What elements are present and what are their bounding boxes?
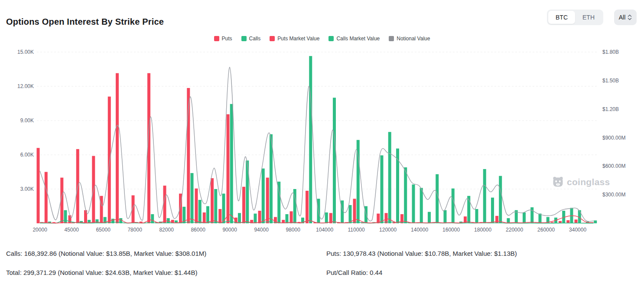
calls-bar[interactable] xyxy=(388,132,391,223)
calls-bar[interactable] xyxy=(206,206,209,224)
legend-label: Calls xyxy=(249,36,261,42)
legend-label: Puts xyxy=(222,36,232,42)
puts-bar[interactable] xyxy=(100,196,103,223)
x-axis-tick: 110000 xyxy=(348,227,365,233)
calls-bar[interactable] xyxy=(499,176,502,223)
x-axis-tick: 98000 xyxy=(286,227,300,233)
calls-bar[interactable] xyxy=(594,220,597,223)
calls-bar[interactable] xyxy=(538,214,541,223)
left-axis-tick: 12.00K xyxy=(17,83,34,89)
left-axis-tick: 3.00K xyxy=(20,186,34,192)
puts-bar[interactable] xyxy=(242,187,245,223)
calls-bar[interactable] xyxy=(443,210,446,223)
calls-bar[interactable] xyxy=(530,207,533,223)
coin-toggle[interactable]: BTC ETH xyxy=(547,10,603,25)
calls-bar[interactable] xyxy=(64,210,67,223)
calls-bar[interactable] xyxy=(412,184,415,223)
calls-bar[interactable] xyxy=(230,104,233,223)
x-axis-tick: 65000 xyxy=(96,227,111,233)
calls-bar[interactable] xyxy=(483,169,486,223)
calls-bar[interactable] xyxy=(436,174,439,223)
x-axis-tick: 120000 xyxy=(379,227,397,233)
oi-by-strike-chart[interactable]: 3.00K6.00K9.00K12.00K15.00K$300.00M$600.… xyxy=(0,43,644,238)
legend-item-notional-value[interactable]: Notional Value xyxy=(389,36,430,42)
puts-bar[interactable] xyxy=(195,189,198,223)
calls-bar[interactable] xyxy=(404,167,407,223)
calls-bar[interactable] xyxy=(222,194,225,223)
right-axis-tick: $600.00M xyxy=(602,163,625,169)
calls-bar[interactable] xyxy=(198,200,202,223)
stat-calls: Calls: 168,392.86 (Notional Value: $13.8… xyxy=(6,250,206,257)
puts-bar[interactable] xyxy=(218,209,221,223)
puts-bar[interactable] xyxy=(163,186,166,223)
page-title: Options Open Interest By Strike Price xyxy=(6,17,164,27)
calls-bar[interactable] xyxy=(325,212,328,223)
puts-bar[interactable] xyxy=(203,212,206,223)
puts-bar[interactable] xyxy=(68,215,72,223)
x-axis-tick: 220000 xyxy=(506,227,523,233)
calls-bar[interactable] xyxy=(452,189,455,223)
puts-bar[interactable] xyxy=(108,97,111,223)
calls-bar[interactable] xyxy=(380,155,383,223)
legend-item-calls[interactable]: Calls xyxy=(241,36,261,42)
legend-swatch-icon xyxy=(270,36,275,41)
x-axis-tick: 104000 xyxy=(316,227,333,233)
puts-bar[interactable] xyxy=(495,216,498,223)
right-axis-tick: $1.50B xyxy=(602,78,619,84)
calls-bar[interactable] xyxy=(214,189,217,223)
legend-swatch-icon xyxy=(241,36,247,41)
calls-bar[interactable] xyxy=(357,140,360,223)
puts-bar[interactable] xyxy=(258,211,261,223)
left-axis-tick: 6.00K xyxy=(20,152,34,158)
x-axis-tick: 20000 xyxy=(33,227,47,233)
puts-bar[interactable] xyxy=(211,178,214,223)
coin-toggle-eth[interactable]: ETH xyxy=(575,11,602,24)
puts-bar[interactable] xyxy=(227,114,230,223)
puts-bar[interactable] xyxy=(37,148,40,223)
calls-bar[interactable] xyxy=(333,98,336,223)
x-axis-tick: 340000 xyxy=(569,227,586,233)
puts-bar[interactable] xyxy=(266,178,269,223)
calls-bar[interactable] xyxy=(238,213,241,223)
puts-bar[interactable] xyxy=(45,172,48,224)
calls-bar[interactable] xyxy=(523,212,526,223)
legend-item-puts-market-value[interactable]: Puts Market Value xyxy=(270,36,319,42)
sort-chevrons-icon xyxy=(628,14,632,20)
calls-bar[interactable] xyxy=(262,169,265,223)
right-axis-tick: $1.20B xyxy=(602,106,619,112)
calls-bar[interactable] xyxy=(309,56,312,223)
puts-bar[interactable] xyxy=(116,73,119,223)
calls-bar[interactable] xyxy=(151,214,154,223)
x-axis-tick: 140000 xyxy=(411,227,428,233)
notional-value-line xyxy=(40,67,593,222)
legend-label: Notional Value xyxy=(397,36,430,42)
calls-bar[interactable] xyxy=(428,212,431,223)
range-select[interactable]: All xyxy=(614,10,637,25)
calls-bar[interactable] xyxy=(475,209,478,223)
right-axis-tick: $1.80B xyxy=(602,49,619,55)
calls-bar[interactable] xyxy=(254,214,257,223)
calls-bar[interactable] xyxy=(190,173,193,223)
legend-item-puts[interactable]: Puts xyxy=(214,36,232,42)
calls-bar[interactable] xyxy=(285,214,288,223)
legend-label: Puts Market Value xyxy=(277,36,319,42)
calls-bar[interactable] xyxy=(420,188,423,223)
legend-swatch-icon xyxy=(214,36,219,41)
x-axis-tick: 94000 xyxy=(254,227,269,233)
puts-market-value-line xyxy=(40,215,593,223)
legend-label: Calls Market Value xyxy=(336,36,380,42)
coin-toggle-btc[interactable]: BTC xyxy=(548,11,575,24)
puts-bar[interactable] xyxy=(290,211,293,223)
right-axis-tick: $300.00M xyxy=(602,192,625,198)
calls-bar[interactable] xyxy=(246,160,249,223)
legend-swatch-icon xyxy=(389,36,394,41)
calls-bar[interactable] xyxy=(491,198,494,223)
legend-item-calls-market-value[interactable]: Calls Market Value xyxy=(329,36,380,42)
x-axis-tick: 78000 xyxy=(127,227,142,233)
puts-bar[interactable] xyxy=(575,219,578,223)
stat-total: Total: 299,371.29 (Notional Value: $24.6… xyxy=(6,269,197,276)
x-axis-tick: 160000 xyxy=(442,227,460,233)
puts-bar[interactable] xyxy=(306,191,309,223)
calls-bar[interactable] xyxy=(348,205,351,223)
x-axis-tick: 180000 xyxy=(474,227,491,233)
